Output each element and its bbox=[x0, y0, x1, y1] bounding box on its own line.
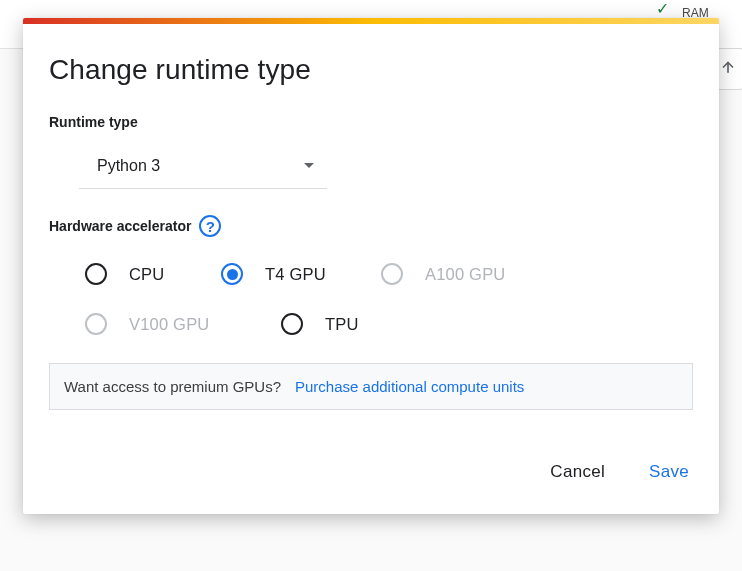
save-button[interactable]: Save bbox=[645, 456, 693, 488]
radio-tpu[interactable]: TPU bbox=[281, 313, 441, 335]
cancel-button[interactable]: Cancel bbox=[546, 456, 609, 488]
change-runtime-dialog: Change runtime type Runtime type Python … bbox=[23, 18, 719, 514]
radio-a100-gpu: A100 GPU bbox=[381, 263, 551, 285]
runtime-type-dropdown[interactable]: Python 3 bbox=[79, 144, 327, 189]
radio-v100-gpu-label: V100 GPU bbox=[129, 315, 209, 334]
runtime-type-label: Runtime type bbox=[49, 114, 693, 130]
help-icon[interactable]: ? bbox=[199, 215, 221, 237]
hardware-accelerator-label-text: Hardware accelerator bbox=[49, 218, 191, 234]
premium-gpu-banner: Want access to premium GPUs? Purchase ad… bbox=[49, 363, 693, 410]
hardware-accelerator-label: Hardware accelerator ? bbox=[49, 215, 693, 237]
chevron-down-icon bbox=[303, 162, 315, 170]
radio-tpu-label: TPU bbox=[325, 315, 359, 334]
radio-v100-gpu: V100 GPU bbox=[85, 313, 281, 335]
radio-t4-gpu-label: T4 GPU bbox=[265, 265, 326, 284]
runtime-type-value: Python 3 bbox=[79, 157, 160, 175]
radio-cpu-label: CPU bbox=[129, 265, 164, 284]
radio-a100-gpu-label: A100 GPU bbox=[425, 265, 505, 284]
radio-circle-icon bbox=[85, 313, 107, 335]
premium-gpu-text: Want access to premium GPUs? bbox=[64, 378, 281, 395]
upload-icon bbox=[719, 58, 737, 81]
radio-circle-icon bbox=[281, 313, 303, 335]
radio-cpu[interactable]: CPU bbox=[85, 263, 221, 285]
dialog-title: Change runtime type bbox=[49, 54, 693, 86]
radio-t4-gpu[interactable]: T4 GPU bbox=[221, 263, 381, 285]
radio-circle-icon bbox=[221, 263, 243, 285]
radio-circle-icon bbox=[381, 263, 403, 285]
hardware-accelerator-options: CPU T4 GPU A100 GPU V100 GPU T bbox=[85, 263, 693, 335]
dialog-footer: Cancel Save bbox=[23, 456, 719, 514]
radio-circle-icon bbox=[85, 263, 107, 285]
checkmark-icon: ✓ bbox=[656, 2, 669, 16]
purchase-compute-link[interactable]: Purchase additional compute units bbox=[295, 378, 524, 395]
